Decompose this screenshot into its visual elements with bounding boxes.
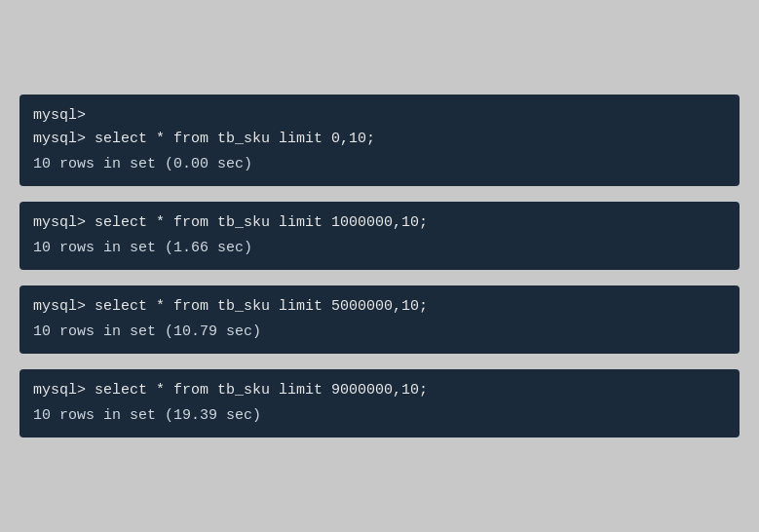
terminal-block-1: mysql> mysql> select * from tb_sku limit… xyxy=(19,95,740,186)
terminal-line-4-2: 10 rows in set (19.39 sec) xyxy=(33,404,726,428)
terminal-line-1-1: mysql> xyxy=(33,104,726,128)
terminal-block-3: mysql> select * from tb_sku limit 500000… xyxy=(19,285,740,354)
terminal-line-1-3: 10 rows in set (0.00 sec) xyxy=(33,153,726,176)
terminal-line-4-1: mysql> select * from tb_sku limit 900000… xyxy=(33,379,726,402)
terminal-line-2-1: mysql> select * from tb_sku limit 100000… xyxy=(33,211,726,235)
terminal-block-2: mysql> select * from tb_sku limit 100000… xyxy=(19,202,740,270)
terminal-line-2-2: 10 rows in set (1.66 sec) xyxy=(33,237,726,260)
terminal-line-3-1: mysql> select * from tb_sku limit 500000… xyxy=(33,295,726,319)
terminal-line-1-2: mysql> select * from tb_sku limit 0,10; xyxy=(33,128,726,151)
terminal-line-3-2: 10 rows in set (10.79 sec) xyxy=(33,321,726,344)
terminal-block-4: mysql> select * from tb_sku limit 900000… xyxy=(19,369,740,437)
